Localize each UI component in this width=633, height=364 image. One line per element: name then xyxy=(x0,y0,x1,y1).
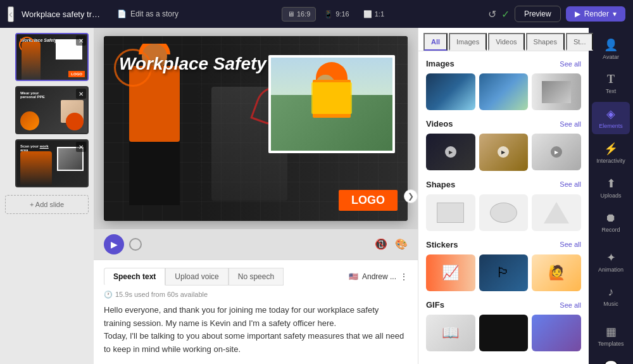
canvas-title: Workplace Safety xyxy=(119,54,266,74)
right-panel-content: Images See all Videos See all ▶ xyxy=(418,51,589,364)
shapes-grid xyxy=(426,194,581,231)
avatar-icon: 👤 xyxy=(604,38,618,52)
tab-stickers[interactable]: St... xyxy=(566,33,594,51)
preview-button[interactable]: Preview xyxy=(515,6,561,22)
gifs-grid: 📖 xyxy=(426,315,581,351)
ratio-1-1-button[interactable]: ⬜ 1:1 xyxy=(358,7,390,22)
tool-record[interactable]: ⏺ Record xyxy=(592,206,630,238)
tool-animation[interactable]: ✦ Animation xyxy=(592,246,630,278)
sticker-3[interactable]: 🙋 xyxy=(532,254,581,291)
tab-all[interactable]: All xyxy=(423,33,448,51)
tool-text[interactable]: T Text xyxy=(592,68,630,99)
progress-indicator xyxy=(129,238,142,251)
slide-3-thumb[interactable]: Scan your workarea ✕ xyxy=(15,139,89,187)
image-thumb-hall[interactable] xyxy=(532,73,581,110)
story-icon: 📄 xyxy=(117,9,127,18)
script-area: Speech text Upload voice No speech 🇺🇸 An… xyxy=(94,260,418,364)
stickers-grid: 📈 🏳 🙋 xyxy=(426,254,581,291)
tool-avatar[interactable]: 👤 Avatar xyxy=(592,33,630,65)
upload-voice-tab[interactable]: Upload voice xyxy=(165,268,228,286)
render-button[interactable]: ▶ Render ▾ xyxy=(566,6,625,22)
image-thumb-coast[interactable] xyxy=(479,73,529,110)
voice-selector[interactable]: 🇺🇸 Andrew ... ⋮ xyxy=(349,272,408,281)
gif-2[interactable] xyxy=(479,315,529,351)
video-thumb-1[interactable]: ▶ xyxy=(426,134,475,170)
photo-worker-scene xyxy=(271,58,392,151)
shape-circle[interactable] xyxy=(479,194,529,231)
shapes-section-header: Shapes See all xyxy=(426,180,581,189)
play-button[interactable]: ▶ xyxy=(104,234,124,254)
edit-story-button[interactable]: 📄 Edit as a story xyxy=(112,7,184,21)
canvas-controls: ▶ 📵 🎨 xyxy=(94,229,418,260)
voice-name: Andrew ... xyxy=(362,272,396,281)
elements-icon: ◈ xyxy=(606,107,615,121)
stickers-title: Stickers xyxy=(426,240,458,249)
render-icon: ▶ xyxy=(575,9,580,18)
stickers-see-all[interactable]: See all xyxy=(560,241,581,248)
stickers-section-header: Stickers See all xyxy=(426,240,581,249)
no-speech-tab[interactable]: No speech xyxy=(229,268,284,286)
shape-rect[interactable] xyxy=(426,194,475,231)
tab-images[interactable]: Images xyxy=(449,33,487,51)
tab-videos[interactable]: Videos xyxy=(488,33,524,51)
shapes-see-all[interactable]: See all xyxy=(560,180,581,188)
shapes-title: Shapes xyxy=(426,180,455,189)
main-layout: 1 Workplace Safety LOGO ✕ 2 xyxy=(0,28,633,364)
monitor-icon: 🖥 xyxy=(287,10,294,18)
right-panel-tabs: All Images Videos Shapes St... xyxy=(418,28,589,51)
canvas-frame[interactable]: Workplace Safety xyxy=(104,36,408,221)
center-panel: Workplace Safety xyxy=(94,28,418,364)
image-thumb-city[interactable] xyxy=(426,73,475,110)
camera-off-icon[interactable]: 📵 xyxy=(375,238,387,250)
ratio-16-9-button[interactable]: 🖥 16:9 xyxy=(282,7,316,22)
video-thumb-3[interactable]: ▶ xyxy=(532,134,581,170)
flag-icon: 🇺🇸 xyxy=(349,272,358,281)
videos-title: Videos xyxy=(426,119,453,129)
tool-uploads[interactable]: ⬆ Uploads xyxy=(592,172,630,204)
gifs-title: GIFs xyxy=(426,300,444,310)
gifs-section-header: GIFs See all xyxy=(426,300,581,310)
sticker-1[interactable]: 📈 xyxy=(426,254,475,291)
tool-interactivity[interactable]: ⚡ Interactivity xyxy=(592,137,630,169)
right-panel: ❯ All Images Videos Shapes St... Images … xyxy=(418,28,589,364)
chevron-down-icon: ▾ xyxy=(613,9,617,18)
redo-button[interactable]: ✓ xyxy=(501,8,510,20)
speech-text-tab[interactable]: Speech text xyxy=(104,268,165,286)
videos-see-all[interactable]: See all xyxy=(560,120,581,128)
animation-icon: ✦ xyxy=(606,251,616,265)
script-text-content[interactable]: Hello everyone, and thank you for joinin… xyxy=(104,304,408,356)
slide-2-wrapper: 2 Wear yourpersonal PPE ✕ xyxy=(5,86,89,134)
slide-3-wrapper: 3 Scan your workarea ✕ xyxy=(5,139,89,187)
tool-music[interactable]: ♪ Music xyxy=(592,280,630,312)
slide-3-delete-button[interactable]: ✕ xyxy=(76,142,86,152)
video-thumb-2[interactable]: ▶ xyxy=(479,134,529,170)
tool-templates[interactable]: ▦ Templates xyxy=(592,320,630,352)
slides-panel: 1 Workplace Safety LOGO ✕ 2 xyxy=(0,28,94,364)
color-wheel-icon[interactable]: 🎨 xyxy=(395,238,408,250)
tool-elements[interactable]: ◈ Elements xyxy=(592,102,630,134)
collapse-panel-button[interactable]: ❯ xyxy=(404,189,418,203)
ratio-9-16-button[interactable]: 📱 9:16 xyxy=(318,7,354,22)
shape-triangle[interactable] xyxy=(532,194,581,231)
gif-1[interactable]: 📖 xyxy=(426,315,475,351)
sticker-2[interactable]: 🏳 xyxy=(479,254,529,291)
worker-legs xyxy=(129,142,180,205)
gif-3[interactable] xyxy=(532,315,581,351)
images-title: Images xyxy=(426,59,454,68)
add-slide-button[interactable]: + Add slide xyxy=(5,195,89,214)
canvas-right-controls: 📵 🎨 xyxy=(375,238,408,250)
gifs-see-all[interactable]: See all xyxy=(560,301,581,309)
images-see-all[interactable]: See all xyxy=(560,60,581,68)
canvas-area: Workplace Safety xyxy=(94,28,418,229)
slide-2-delete-button[interactable]: ✕ xyxy=(76,89,86,99)
tool-comments[interactable]: 💬 Comments xyxy=(592,355,630,364)
music-icon: ♪ xyxy=(608,286,614,299)
tab-shapes[interactable]: Shapes xyxy=(526,33,565,51)
videos-grid: ▶ ▶ ▶ xyxy=(426,134,581,170)
uploads-icon: ⬆ xyxy=(606,177,616,191)
back-button[interactable]: ‹ xyxy=(8,6,14,22)
slide-1-thumb[interactable]: Workplace Safety LOGO ✕ xyxy=(15,33,89,81)
slide-2-thumb[interactable]: Wear yourpersonal PPE ✕ xyxy=(15,86,89,134)
slide-1-delete-button[interactable]: ✕ xyxy=(76,35,86,46)
undo-button[interactable]: ↺ xyxy=(488,8,496,20)
